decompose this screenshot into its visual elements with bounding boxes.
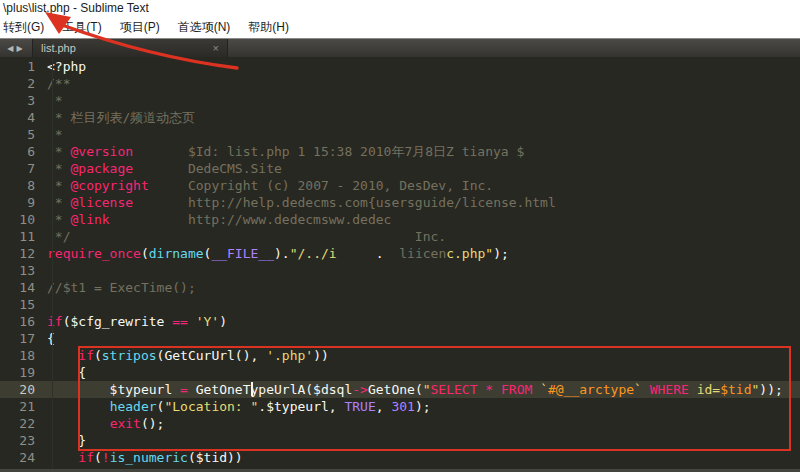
code-line-24: 24 if(!is_numeric($tid)) [0, 449, 800, 466]
code-line-10: 10 * @link http://www.dedecmsww.dedec [0, 211, 800, 228]
title-bar: \plus\list.php - Sublime Text [0, 0, 800, 17]
text-caret [251, 382, 253, 396]
menu-item-help[interactable]: 帮助(H) [239, 17, 298, 38]
code-line-18: 18 if(stripos(GetCurUrl(), '.php')) [0, 347, 800, 364]
line-number: 15 [0, 296, 44, 313]
code-text: require_once(dirname(__FILE__)."/../i . … [44, 245, 509, 262]
code-line-15: 15 [0, 296, 800, 313]
sublime-text-window: \plus\list.php - Sublime Text 转到(G)工具(T)… [0, 0, 800, 472]
menu-item-project[interactable]: 项目(P) [111, 17, 169, 38]
menu-item-preferences[interactable]: 首选项(N) [169, 17, 240, 38]
line-number: 11 [0, 228, 44, 245]
line-number: 3 [0, 92, 44, 109]
code-text: * @package DedeCMS.Site [44, 160, 282, 177]
line-number: 10 [0, 211, 44, 228]
menu-item-goto[interactable]: 转到(G) [0, 17, 53, 38]
code-text: * @version $Id: list.php 1 15:38 2010年7月… [44, 143, 524, 160]
line-number: 12 [0, 245, 44, 262]
code-line-22: 22 exit(); [0, 415, 800, 432]
tab-list-php[interactable]: list.php × [32, 39, 228, 57]
line-number: 6 [0, 143, 44, 160]
code-text: * [44, 92, 63, 109]
code-line-13: 13 [0, 262, 800, 279]
tab-bar: ◀ ▶ list.php × [0, 38, 800, 57]
code-text: * @license http://help.dedecms.com{users… [44, 194, 556, 211]
window-title: \plus\list.php - Sublime Text [3, 1, 149, 15]
line-number: 21 [0, 398, 44, 415]
code-line-12: 12require_once(dirname(__FILE__)."/../i … [0, 245, 800, 262]
code-line-7: 7 * @package DedeCMS.Site [0, 160, 800, 177]
code-line-2: 2/** [0, 75, 800, 92]
code-text: if($cfg_rewrite == 'Y') [44, 313, 227, 330]
line-number: 8 [0, 177, 44, 194]
code-line-9: 9 * @license http://help.dedecms.com{use… [0, 194, 800, 211]
line-number: 4 [0, 109, 44, 126]
line-number: 2 [0, 75, 44, 92]
code-text: * [44, 126, 63, 143]
tab-scroll-left-icon[interactable]: ◀ [7, 44, 13, 53]
code-text: * @copyright Copyright (c) 2007 - 2010, … [44, 177, 493, 194]
line-number: 1 [0, 58, 44, 75]
menu-bar: 转到(G)工具(T)项目(P)首选项(N)帮助(H) [0, 17, 800, 38]
line-number: 14 [0, 279, 44, 296]
code-text [44, 296, 47, 313]
line-number: 18 [0, 347, 44, 364]
code-text: $typeurl = GetOneTypeUrlA($dsql->GetOne(… [44, 381, 783, 398]
code-line-19: 19 { [0, 364, 800, 381]
code-text: exit(); [44, 415, 164, 432]
code-line-5: 5 * [0, 126, 800, 143]
code-line-23: 23 } [0, 432, 800, 449]
code-area: 1<?php2/**3 *4 * 栏目列表/频道动态页5 *6 * @versi… [0, 58, 800, 466]
code-line-20: 20 $typeurl = GetOneTypeUrlA($dsql->GetO… [0, 381, 800, 398]
code-text: } [44, 432, 86, 449]
code-line-4: 4 * 栏目列表/频道动态页 [0, 109, 800, 126]
code-text: */ Inc. [44, 228, 446, 245]
code-text: if(stripos(GetCurUrl(), '.php')) [44, 347, 329, 364]
tab-close-icon[interactable]: × [213, 43, 219, 53]
code-line-1: 1<?php [0, 58, 800, 75]
tab-scroll-right-icon[interactable]: ▶ [17, 44, 23, 53]
code-text: * 栏目列表/频道动态页 [44, 109, 195, 126]
line-number: 13 [0, 262, 44, 279]
code-text [44, 262, 47, 279]
line-number: 9 [0, 194, 44, 211]
code-line-21: 21 header("Location: ".$typeurl, TRUE, 3… [0, 398, 800, 415]
menu-item-tools[interactable]: 工具(T) [53, 17, 110, 38]
line-number: 16 [0, 313, 44, 330]
code-text: /** [44, 75, 70, 92]
code-line-16: 16if($cfg_rewrite == 'Y') [0, 313, 800, 330]
code-line-14: 14//$t1 = ExecTime(); [0, 279, 800, 296]
line-number: 23 [0, 432, 44, 449]
line-number: 7 [0, 160, 44, 177]
line-number: 17 [0, 330, 44, 347]
line-number: 19 [0, 364, 44, 381]
code-line-17: 17{ [0, 330, 800, 347]
code-text: { [44, 330, 55, 347]
tab-scroll-buttons: ◀ ▶ [0, 39, 30, 57]
code-text: <?php [44, 58, 86, 75]
code-line-6: 6 * @version $Id: list.php 1 15:38 2010年… [0, 143, 800, 160]
code-text: if(!is_numeric($tid)) [44, 449, 243, 466]
line-number: 24 [0, 449, 44, 466]
line-number: 20 [0, 381, 44, 398]
line-number: 5 [0, 126, 44, 143]
code-text: //$t1 = ExecTime(); [44, 279, 196, 296]
code-line-8: 8 * @copyright Copyright (c) 2007 - 2010… [0, 177, 800, 194]
code-text: { [44, 364, 86, 381]
code-editor[interactable]: 1<?php2/**3 *4 * 栏目列表/频道动态页5 *6 * @versi… [0, 57, 800, 472]
code-line-3: 3 * [0, 92, 800, 109]
code-line-11: 11 */ Inc. [0, 228, 800, 245]
code-text: header("Location: ".$typeurl, TRUE, 301)… [44, 398, 431, 415]
line-number: 22 [0, 415, 44, 432]
gutter-divider [52, 57, 53, 472]
tab-label: list.php [41, 42, 213, 54]
code-text: * @link http://www.dedecmsww.dedec [44, 211, 391, 228]
